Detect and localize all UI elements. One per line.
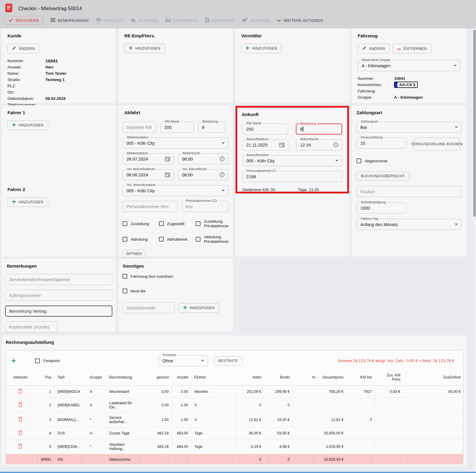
vor-ankunftsdatum-input[interactable]: Vor. Ankunftsdatum 08.08.2024 [123, 169, 174, 180]
abholbereit-checkbox[interactable]: Abholbereit [159, 237, 192, 242]
drucken-button[interactable]: DRUCKEN [96, 18, 123, 23]
clock-icon[interactable] [220, 156, 225, 161]
abfahrt-km-stand-input[interactable]: KM-Stand 200 [160, 122, 194, 133]
ab-daten-button[interactable]: AB-DATEN [242, 18, 270, 23]
personalnummer-co-input[interactable]: Personalnummer-CO 6sq [182, 201, 229, 212]
vor-ankunftszeit-input[interactable]: Vor. Ankunftszeit 08:00 [178, 169, 229, 180]
table-cell [375, 427, 403, 440]
bestrate-button[interactable]: BESTRATE [214, 356, 243, 365]
table-cell: Standard Haftung... [106, 440, 143, 454]
column-header: genutzt [143, 369, 172, 386]
abfahrtszeit-input[interactable]: Abfahrtszeit 08:00 [178, 153, 229, 164]
chevron-down-icon [455, 126, 458, 128]
fahrer2-title: Fahrer 2 [7, 187, 110, 192]
calendar-icon[interactable] [165, 156, 170, 161]
abfahrtsstation-select[interactable]: Abfahrtsstation 005 - Köln City [123, 138, 229, 149]
fahrer2-hinzufuegen-button[interactable]: HINZUFÜGEN [7, 197, 48, 207]
kostenstelle-input[interactable]: Kostenstelle (Kunde) [5, 321, 58, 332]
kunde-title: Kunde [7, 33, 110, 38]
vorauszahlung-buchen-button[interactable]: VORAUSZAHLUNG BUCHEN [414, 138, 460, 151]
page-title: Checkin - Mietvertrag 50014 [18, 6, 82, 12]
vor-ankunftsstation-select[interactable]: Vor. Ankunftsstation 005 - Köln City [123, 185, 229, 196]
table-cell [375, 398, 403, 413]
plus-icon [183, 306, 187, 310]
ankunft-betankung-input[interactable]: Betankung 8 [296, 123, 342, 135]
selbstbeteiligung-input[interactable]: Selbstbeteiligung 1000 [356, 202, 406, 213]
table-cell [347, 398, 375, 413]
table-cell: 299,99 € [264, 386, 293, 398]
oeffnen-button[interactable]: ÖFFNEN [123, 250, 145, 258]
zugestellt-checkbox[interactable]: Zugestellt [159, 221, 192, 226]
delete-row-button[interactable] [18, 444, 22, 449]
serviceberater-input[interactable]: Serviceberater/Ansprechpartner [5, 274, 112, 285]
schaeden-button[interactable]: SCHÄDEN [130, 18, 158, 23]
kunde-row: Geburtsdatum:08.02.2024 [7, 95, 110, 102]
geplante-km-input[interactable]: Geplante KM [123, 122, 156, 133]
abfahrt-title: Abfahrt [124, 110, 229, 115]
weitere-aktionen-button[interactable]: WEITERE AKTIONEN [277, 19, 323, 23]
kaution-input[interactable]: Kaution [356, 186, 462, 197]
fahrer1-hinzufuegen-button[interactable]: HINZUFÜGEN [7, 120, 48, 130]
save-button[interactable]: SPEICHERN [4, 16, 43, 25]
kunde-aendern-button[interactable]: ÄNDERN [7, 44, 39, 54]
table-cell: 12,61 € [318, 413, 347, 427]
add-position-button[interactable] [11, 358, 16, 363]
abgerechnet-checkbox[interactable]: Abgerechnet [356, 158, 462, 163]
bemerkung-vertrag-input[interactable]: Bemerkung Vertrag [5, 306, 112, 317]
reservierte-gruppe-select[interactable]: Reservierte Gruppe A - Kleinwagen [358, 60, 460, 71]
vertical-scrollbar[interactable] [473, 28, 476, 473]
vorauszahlung-input[interactable]: Vorauszahlung 10 [356, 138, 406, 149]
ankunft-km-stand-input[interactable]: KM-Stand 250 [242, 123, 288, 135]
zustellung-checkbox[interactable]: Zustellung [123, 221, 155, 226]
sonstiges-hinzufuegen-button[interactable]: HINZUFÜGEN [179, 303, 219, 313]
ankunftsdatum-input[interactable]: Ankunftsdatum 21.11.2025 [242, 139, 288, 150]
table-cell: A [87, 386, 106, 398]
preisliste-select[interactable]: Preisliste Ohne [159, 355, 208, 366]
sonstiges-panel: Sonstiges Fahrzeug fest zuordnen Must-Be… [118, 259, 233, 332]
fahrzeug-entfernen-button[interactable]: ENTFERNEN [393, 44, 431, 54]
abholung-privatadresse-checkbox[interactable]: Abholung Privatadresse [196, 235, 229, 244]
re-empf-hinzufuegen-button[interactable]: HINZUFÜGEN [124, 44, 165, 53]
gutscheincode-input[interactable]: Gutscheincode [123, 302, 175, 313]
checkbox-icon [196, 221, 200, 226]
fahrzeug-fest-zuordnen-checkbox[interactable]: Fahrzeug fest zuordnen [123, 274, 229, 279]
table-cell: 2 [35, 398, 54, 413]
rechnung-button[interactable]: RECHNUNG [205, 18, 235, 23]
delete-row-button[interactable] [18, 402, 22, 407]
bemerkungen-button[interactable]: BEMERKUNGEN [50, 18, 88, 23]
scrollbar-thumb[interactable] [473, 30, 476, 217]
delete-row-button[interactable] [18, 430, 22, 435]
faktura-tag-select[interactable]: Faktura-Tag Anfang des Monats [356, 219, 462, 230]
auftragsnummer-input[interactable]: Auftragsnummer [5, 290, 112, 301]
abholung-checkbox[interactable]: Abholung [123, 237, 155, 242]
abfahrtsdatum-input[interactable]: Abfahrtsdatum 26.07.2024 [123, 153, 174, 164]
calendar-icon[interactable] [165, 172, 170, 177]
checkbox-icon [356, 158, 361, 163]
zustellung-privatadresse-checkbox[interactable]: Zustellung Privatadresse [196, 219, 229, 228]
fahrzeug-panel: Fahrzeug ÄNDERN ENTFERNEN Reservierte Gr… [352, 28, 466, 103]
invoice-toolbar: Festpreis Preisliste Ohne BESTRATE Summe… [6, 350, 463, 369]
delete-row-button[interactable] [18, 389, 22, 394]
table-cell: 7927 [347, 386, 375, 398]
fahrzeug-aendern-button[interactable]: ÄNDERN [358, 44, 390, 54]
ankunftszeit-input[interactable]: Ankunftszeit 12:16 [296, 139, 342, 150]
ankunft-title: Ankunft [242, 112, 345, 117]
ankunftsstation-select[interactable]: Ankunftsstation 005 - Köln City [242, 155, 342, 166]
re-empf-title: RE-Empf/Vers. [124, 33, 227, 38]
abfahrt-betankung-input[interactable]: Betankung 8 [198, 122, 226, 133]
buchungsuebersicht-button[interactable]: BUCHUNGSÜBERSICHT [356, 172, 409, 181]
festpreis-checkbox[interactable]: Festpreis [35, 358, 60, 363]
personalnummer-ci-input[interactable]: Personalnummer-CI 2199 [242, 171, 342, 182]
personalnummer-res-input[interactable]: Personalnummer-Res [123, 201, 177, 212]
table-cell [293, 413, 318, 427]
vermittler-hinzufuegen-button[interactable]: HINZUFÜGEN [241, 44, 282, 53]
table-cell: 0 [236, 398, 264, 413]
dokumente-button[interactable]: DOKUMENTE [165, 18, 198, 23]
must-be-checkbox[interactable]: Must-Be [123, 289, 229, 293]
delete-row-button[interactable] [18, 417, 22, 422]
clock-icon[interactable] [220, 172, 225, 177]
clock-icon[interactable] [333, 142, 338, 147]
calendar-icon[interactable] [279, 142, 284, 147]
zahlungsart-select[interactable]: Zahlungsart Bar [356, 122, 462, 133]
table-row: 3[NORMAL]...*Service außerhal...1.001.00… [6, 413, 463, 427]
